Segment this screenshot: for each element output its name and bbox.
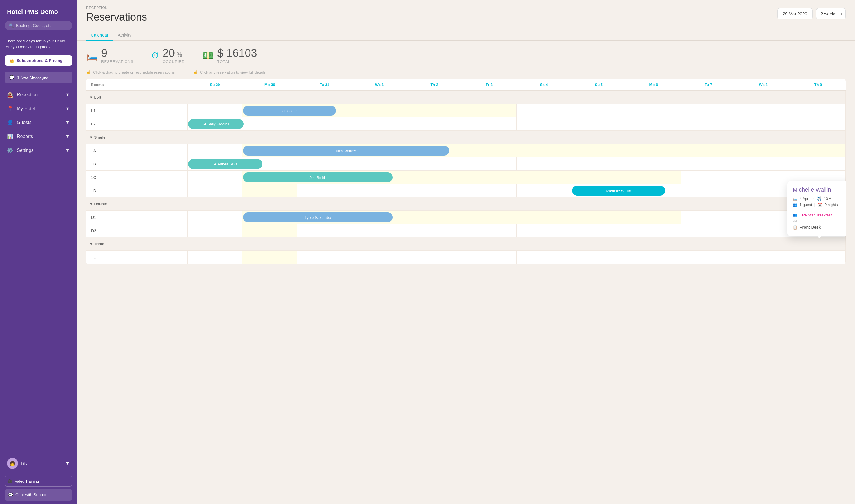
cell-1D-col1[interactable] — [243, 184, 297, 197]
cell-1B-col0[interactable]: ◄ Althea Silva — [188, 157, 407, 171]
tab-activity[interactable]: Activity — [113, 30, 136, 40]
occupied-icon: ⏱ — [151, 51, 159, 60]
user-section[interactable]: 🧑 Lily ▼ — [0, 454, 77, 472]
cell-T1-col2[interactable] — [297, 251, 352, 264]
drag-icon: ☝️ — [86, 70, 91, 74]
tooltip-via: via — [792, 219, 846, 223]
cell-L1-col10[interactable] — [736, 104, 791, 118]
cell-D2-col3[interactable] — [352, 224, 407, 237]
cell-T1-col5[interactable] — [462, 251, 516, 264]
cell-1B-col11[interactable] — [791, 157, 845, 171]
cell-1C-col1[interactable]: Joe Smith — [243, 171, 681, 184]
cell-T1-col0[interactable] — [188, 251, 243, 264]
week-select[interactable]: 1 week 2 weeks 3 weeks 4 weeks — [816, 8, 846, 19]
cell-1C-col10[interactable] — [736, 171, 791, 184]
chat-support-button[interactable]: 💬 Chat with Support — [5, 489, 72, 501]
cell-1B-col5[interactable] — [462, 157, 516, 171]
cell-L1-col9[interactable] — [681, 104, 736, 118]
search-bar[interactable]: 🔍 Booking, Guest, etc. — [5, 21, 72, 30]
cell-D1-col0[interactable] — [188, 211, 243, 224]
cell-L1-col0[interactable] — [188, 104, 243, 118]
cell-L1-col8[interactable] — [626, 104, 681, 118]
messages-button[interactable]: 💬 1 New Messages — [5, 72, 72, 83]
reservation-bar-nick-walker[interactable]: Nick Walker — [243, 146, 449, 156]
tooltip-guest-name: Michelle Wallin — [792, 186, 846, 193]
cell-D1-col1[interactable]: Lyoto Sakuraba — [243, 211, 681, 224]
cell-T1-col8[interactable] — [626, 251, 681, 264]
cell-1A-col1[interactable]: Nick Walker — [243, 144, 846, 157]
tab-calendar[interactable]: Calendar — [86, 30, 113, 40]
cell-T1-col3[interactable] — [352, 251, 407, 264]
cell-T1-col1[interactable] — [243, 251, 297, 264]
reservation-bar-hank-jones[interactable]: Hank Jones — [243, 106, 336, 115]
cell-1B-col9[interactable] — [681, 157, 736, 171]
cell-L1-col11[interactable] — [791, 104, 845, 118]
upgrade-button[interactable]: 👑 Subscriptions & Pricing — [5, 55, 72, 66]
cell-D1-col10[interactable] — [736, 211, 791, 224]
cell-D2-col7[interactable] — [571, 224, 626, 237]
cell-L2-col4[interactable] — [407, 118, 462, 131]
cell-1D-col2[interactable] — [297, 184, 352, 197]
cell-L2-col5[interactable] — [462, 118, 516, 131]
cell-D2-col9[interactable] — [681, 224, 736, 237]
cell-D2-col2[interactable] — [297, 224, 352, 237]
flight-icon: ✈️ — [817, 197, 821, 201]
video-icon: 🎥 — [8, 479, 13, 483]
reservation-bar-◄-althea-silva[interactable]: ◄ Althea Silva — [188, 159, 262, 169]
cell-D1-col9[interactable] — [681, 211, 736, 224]
cell-L2-col0[interactable]: ◄ Sally Higgins — [188, 118, 352, 131]
reservation-bar-lyoto-sakuraba[interactable]: Lyoto Sakuraba — [243, 213, 393, 222]
cell-1B-col6[interactable] — [517, 157, 571, 171]
cell-D2-col6[interactable] — [517, 224, 571, 237]
cell-1B-col8[interactable] — [626, 157, 681, 171]
cell-L1-col6[interactable] — [517, 104, 571, 118]
cell-L2-col3[interactable] — [352, 118, 407, 131]
cell-T1-col11[interactable] — [791, 251, 845, 264]
tooltip-package: 👥 Five Star Breakfast — [792, 213, 846, 217]
cell-1C-col0[interactable] — [188, 171, 243, 184]
cell-1D-col5[interactable] — [462, 184, 516, 197]
cell-D2-col8[interactable] — [626, 224, 681, 237]
cell-D2-col10[interactable] — [736, 224, 791, 237]
cell-T1-col9[interactable] — [681, 251, 736, 264]
reservation-bar-michelle-wallin[interactable]: Michelle Wallin — [572, 186, 665, 196]
col-fr3: Fr 3 — [462, 79, 516, 91]
guests-icon: 👤 — [7, 120, 13, 126]
cell-L2-col9[interactable] — [681, 118, 736, 131]
cell-1D-col4[interactable] — [407, 184, 462, 197]
sidebar-item-reception[interactable]: 🏨 Reception ▼ — [0, 88, 77, 102]
cell-D2-col5[interactable] — [462, 224, 516, 237]
reservation-bar-◄-sally-higgins[interactable]: ◄ Sally Higgins — [188, 119, 244, 129]
cell-1D-col3[interactable] — [352, 184, 407, 197]
cell-1D-col0[interactable] — [188, 184, 243, 197]
sidebar-item-guests[interactable]: 👤 Guests ▼ — [0, 115, 77, 129]
cell-1D-col6[interactable] — [517, 184, 571, 197]
reservation-bar-joe-smith[interactable]: Joe Smith — [243, 173, 393, 182]
cell-L1-col1[interactable]: Hank Jones — [243, 104, 517, 118]
cell-1B-col4[interactable] — [407, 157, 462, 171]
cell-D2-col0[interactable] — [188, 224, 243, 237]
cell-1C-col9[interactable] — [681, 171, 736, 184]
cell-T1-col10[interactable] — [736, 251, 791, 264]
cell-L2-col8[interactable] — [626, 118, 681, 131]
cell-1B-col7[interactable] — [571, 157, 626, 171]
date-picker[interactable]: 29 Mar 2020 — [777, 8, 813, 19]
cell-D2-col1[interactable] — [243, 224, 297, 237]
sidebar-item-reports[interactable]: 📊 Reports ▼ — [0, 129, 77, 143]
cell-D2-col4[interactable] — [407, 224, 462, 237]
cell-L1-col7[interactable] — [571, 104, 626, 118]
sidebar-item-settings[interactable]: ⚙️ Settings ▼ — [0, 143, 77, 157]
cell-1B-col10[interactable] — [736, 157, 791, 171]
cell-L2-col6[interactable] — [517, 118, 571, 131]
cell-T1-col7[interactable] — [571, 251, 626, 264]
cell-L2-col7[interactable] — [571, 118, 626, 131]
cell-L2-col10[interactable] — [736, 118, 791, 131]
sidebar-item-myhotel[interactable]: 📍 My Hotel ▼ — [0, 102, 77, 115]
cell-1D-col7[interactable]: Michelle Wallin Michelle Wallin 🛏️ 4 Apr… — [571, 184, 846, 197]
cell-L2-col11[interactable] — [791, 118, 845, 131]
cell-T1-col6[interactable] — [517, 251, 571, 264]
desk-icon: 📋 — [792, 225, 797, 230]
cell-T1-col4[interactable] — [407, 251, 462, 264]
video-training-button[interactable]: 🎥 Video Training — [5, 476, 72, 487]
cell-1A-col0[interactable] — [188, 144, 243, 157]
